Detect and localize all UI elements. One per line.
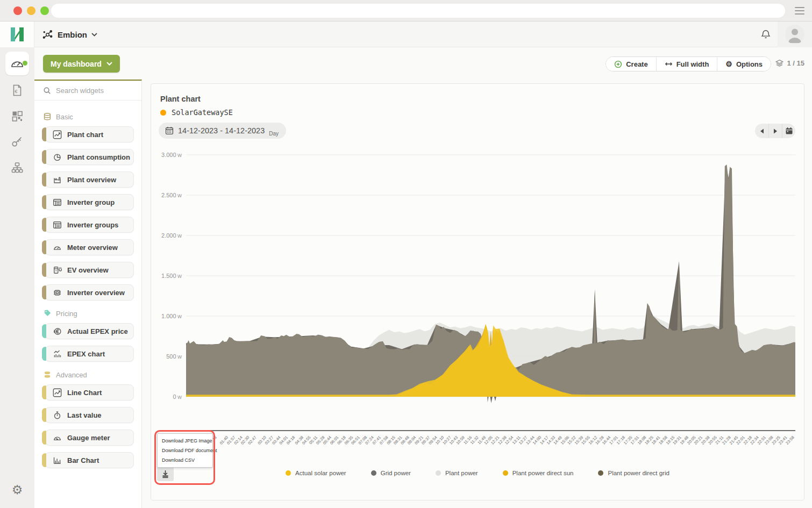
traffic-light-minimize[interactable]	[27, 6, 35, 15]
y-axis-label: 2.000 W	[161, 232, 182, 239]
legend-item-grid-power[interactable]: Grid power	[371, 470, 411, 476]
download-menu-item-1[interactable]: Download PDF document	[158, 446, 212, 455]
widget-item-line-chart[interactable]: Line Chart	[45, 384, 134, 400]
download-button[interactable]	[157, 467, 174, 481]
widget-item-actual-epex-price[interactable]: Actual EPEX price	[45, 323, 134, 339]
gear-icon: ⚙	[725, 60, 732, 68]
plant-chart-svg: 0 W500 W1.000 W1.500 W2.000 W2.500 W3.00…	[156, 148, 800, 467]
org-switcher[interactable]: Embion	[42, 22, 97, 47]
arrow-right-icon	[773, 128, 778, 134]
stats-chart-icon	[53, 349, 62, 359]
widget-item-label: Line Chart	[67, 389, 102, 397]
legend-dot	[503, 470, 508, 476]
widget-item-inverter-group[interactable]: Inverter group	[45, 194, 134, 210]
widget-item-label: Last value	[67, 411, 102, 419]
widget-item-epex-chart[interactable]: EPEX chart	[45, 346, 134, 362]
legend-label: Plant power direct sun	[512, 470, 574, 476]
bell-icon	[760, 28, 772, 41]
gauge-icon	[53, 433, 62, 442]
download-menu-item-2[interactable]: Download CSV	[158, 455, 212, 465]
widgets-icon	[11, 110, 24, 123]
create-button[interactable]: Create	[606, 57, 656, 71]
legend-item-plant-power[interactable]: Plant power	[436, 470, 478, 476]
calendar-filled-icon	[785, 127, 793, 135]
y-axis-label: 500 W	[166, 353, 182, 360]
traffic-light-close[interactable]	[13, 6, 22, 15]
rail-item-access[interactable]	[0, 129, 34, 155]
widget-accent	[42, 324, 46, 338]
section-label: Pricing	[56, 310, 77, 318]
legend-item-actual-solar-power[interactable]: Actual solar power	[286, 470, 346, 476]
widget-accent	[42, 127, 46, 141]
widget-item-plant-chart[interactable]: Plant chart	[45, 126, 134, 142]
widget-item-ev-overview[interactable]: EV overview	[45, 262, 134, 278]
page-indicator-label: 1 / 15	[787, 59, 804, 67]
x-tick-label: 04:18	[286, 435, 296, 446]
download-icon	[161, 469, 170, 478]
page-indicator: 1 / 15	[775, 59, 804, 67]
full-width-button[interactable]: Full width	[656, 57, 717, 71]
device-name: SolarGatewaySE	[172, 108, 233, 117]
widget-item-plant-overview[interactable]: Plant overview	[45, 171, 134, 188]
date-range-label: 14-12-2023 - 14-12-2023	[178, 126, 265, 135]
section-label: Advanced	[56, 371, 87, 379]
download-menu: Download JPEG ImageDownload PDF document…	[157, 433, 213, 468]
widget-item-meter-overview[interactable]: Meter overview	[45, 239, 134, 255]
device-legend: SolarGatewaySE	[160, 108, 233, 117]
app-header: Embion	[0, 22, 812, 47]
dashboard-actions-group: Create Full width ⚙ Options	[606, 56, 771, 71]
next-period-button[interactable]	[768, 124, 782, 138]
section-label: Basic	[56, 113, 73, 121]
pie-chart-icon	[53, 153, 62, 162]
widget-item-label: Plant consumption	[67, 153, 130, 161]
widget-item-label: Inverter overview	[67, 289, 125, 297]
table-list-icon	[53, 198, 62, 207]
widget-accent	[42, 150, 46, 164]
widget-accent	[42, 431, 46, 445]
download-menu-item-0[interactable]: Download JPEG Image	[158, 436, 212, 446]
meter-icon	[53, 243, 62, 252]
dashboard-selector-button[interactable]: My dashboard	[43, 55, 120, 73]
widget-title: Plant chart	[160, 95, 201, 103]
calendar-picker-button[interactable]	[782, 124, 795, 138]
legend-item-plant-power-direct-sun[interactable]: Plant power direct sun	[503, 470, 574, 476]
invoice-icon: €	[11, 84, 24, 97]
dashboard-toolbar: My dashboard Create Full width ⚙ Options	[34, 47, 812, 80]
browser-menu-icon[interactable]	[795, 7, 804, 15]
user-avatar-button[interactable]	[778, 22, 812, 47]
widget-item-gauge-meter[interactable]: Gauge meter	[45, 430, 134, 446]
search-widgets-input[interactable]	[56, 87, 131, 95]
legend-dot	[598, 470, 603, 476]
prev-period-button[interactable]	[755, 124, 768, 138]
browser-url-bar[interactable]	[51, 4, 785, 18]
widget-item-inverter-overview[interactable]: Inverter overview	[45, 284, 134, 300]
arrow-left-icon	[760, 128, 764, 134]
content-area: My dashboard Create Full width ⚙ Options	[34, 47, 812, 508]
legend-item-plant-power-direct-grid[interactable]: Plant power direct grid	[598, 470, 669, 476]
widget-item-label: Plant chart	[67, 131, 103, 139]
rail-item-billing[interactable]: €	[0, 77, 34, 103]
rail-item-widgets[interactable]	[0, 103, 34, 129]
widget-item-last-value[interactable]: Last value	[45, 407, 134, 423]
widget-item-label: Inverter groups	[67, 221, 118, 229]
rail-item-settings[interactable]: ⚙	[0, 479, 34, 500]
rail-item-structure[interactable]	[0, 155, 34, 181]
create-label: Create	[626, 60, 647, 68]
search-icon	[43, 87, 51, 95]
widget-search	[34, 81, 141, 101]
options-button[interactable]: ⚙ Options	[717, 57, 771, 71]
traffic-light-zoom[interactable]	[40, 6, 49, 15]
rail-item-dashboard[interactable]	[5, 52, 29, 75]
app-logo[interactable]	[0, 22, 34, 47]
notification-bell-button[interactable]	[754, 22, 778, 47]
plant-chart-widget: Plant chart SolarGatewaySE 14-12-2023 - …	[151, 83, 804, 500]
widget-item-plant-consumption[interactable]: Plant consumption	[45, 149, 134, 165]
widget-sidebar: BasicPlant chartPlant consumptionPlant o…	[34, 80, 142, 508]
arrows-horizontal-icon	[665, 61, 673, 67]
date-range-button[interactable]: 14-12-2023 - 14-12-2023 Day	[159, 123, 286, 139]
dashboard-selector-label: My dashboard	[51, 60, 102, 68]
widget-accent	[42, 385, 46, 399]
widget-item-inverter-groups[interactable]: Inverter groups	[45, 217, 134, 233]
widget-item-bar-chart[interactable]: Bar Chart	[45, 452, 134, 468]
widget-accent	[42, 218, 46, 232]
